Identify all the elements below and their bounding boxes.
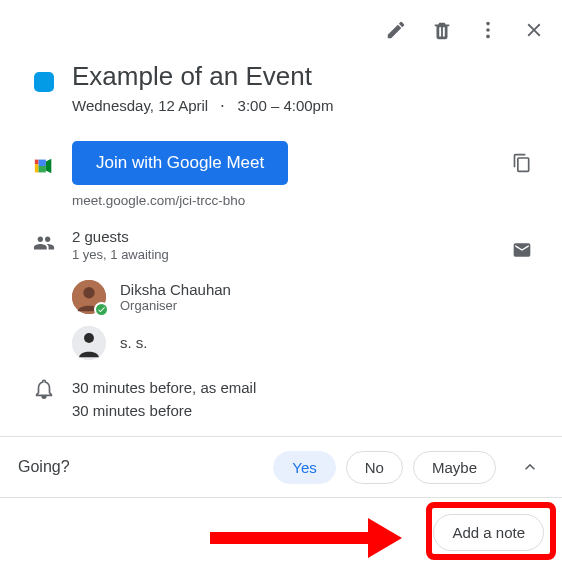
avatar bbox=[72, 280, 106, 314]
edit-button[interactable] bbox=[374, 8, 418, 52]
svg-marker-7 bbox=[46, 158, 52, 173]
google-meet-icon bbox=[33, 155, 55, 177]
annotation-arrow bbox=[210, 518, 410, 558]
copy-icon bbox=[512, 153, 532, 173]
svg-point-1 bbox=[486, 28, 490, 32]
svg-point-9 bbox=[83, 287, 94, 298]
rsvp-prompt: Going? bbox=[18, 458, 70, 476]
bell-icon bbox=[33, 378, 55, 400]
guest-status-summary: 1 yes, 1 awaiting bbox=[72, 247, 498, 262]
svg-point-0 bbox=[486, 22, 490, 26]
guest-role: Organiser bbox=[120, 298, 231, 313]
pencil-icon bbox=[385, 19, 407, 41]
rsvp-maybe-button[interactable]: Maybe bbox=[413, 451, 496, 484]
notification-line: 30 minutes before bbox=[72, 399, 546, 422]
close-icon bbox=[523, 19, 545, 41]
meet-row: Join with Google Meet meet.google.com/jc… bbox=[0, 137, 562, 212]
people-icon bbox=[33, 232, 55, 254]
toolbar bbox=[0, 0, 562, 56]
rsvp-yes-button[interactable]: Yes bbox=[273, 451, 335, 484]
guests-row: 2 guests 1 yes, 1 awaiting bbox=[0, 224, 562, 274]
avatar bbox=[72, 326, 106, 360]
meet-link-text: meet.google.com/jci-trcc-bho bbox=[72, 193, 498, 208]
rsvp-bar: Going? Yes No Maybe bbox=[0, 437, 562, 497]
close-button[interactable] bbox=[512, 8, 556, 52]
svg-point-11 bbox=[84, 333, 94, 343]
guest-name: s. s. bbox=[120, 334, 148, 351]
copy-meet-link-button[interactable] bbox=[502, 143, 542, 183]
delete-button[interactable] bbox=[420, 8, 464, 52]
rsvp-expand-button[interactable] bbox=[510, 447, 550, 487]
guest-item[interactable]: s. s. bbox=[72, 320, 546, 366]
guest-name: Diksha Chauhan bbox=[120, 281, 231, 298]
calendar-color-swatch bbox=[34, 72, 54, 92]
mail-icon bbox=[512, 240, 532, 260]
event-date: Wednesday, 12 April bbox=[72, 97, 208, 114]
guest-item[interactable]: Diksha Chauhan Organiser bbox=[72, 274, 546, 320]
event-title: Example of an Event bbox=[72, 60, 546, 93]
email-guests-button[interactable] bbox=[502, 230, 542, 270]
rsvp-chips: Yes No Maybe bbox=[273, 451, 496, 484]
rsvp-no-button[interactable]: No bbox=[346, 451, 403, 484]
svg-rect-6 bbox=[39, 166, 46, 172]
svg-rect-4 bbox=[35, 164, 39, 172]
trash-icon bbox=[431, 19, 453, 41]
kebab-icon bbox=[477, 19, 499, 41]
svg-rect-3 bbox=[35, 159, 39, 164]
notification-line: 30 minutes before, as email bbox=[72, 376, 546, 399]
join-meet-button[interactable]: Join with Google Meet bbox=[72, 141, 288, 185]
rsvp-yes-badge-icon bbox=[94, 302, 109, 317]
guest-count: 2 guests bbox=[72, 228, 498, 245]
event-datetime: Wednesday, 12 April ⋅ 3:00 – 4:00pm bbox=[72, 97, 546, 115]
separator-dot: ⋅ bbox=[220, 97, 225, 114]
svg-rect-5 bbox=[39, 159, 46, 165]
event-detail-card: Example of an Event Wednesday, 12 April … bbox=[0, 0, 562, 572]
chevron-up-icon bbox=[520, 457, 540, 477]
guest-list: Diksha Chauhan Organiser s. s. bbox=[0, 274, 562, 366]
title-row: Example of an Event Wednesday, 12 April … bbox=[0, 56, 562, 119]
options-button[interactable] bbox=[466, 8, 510, 52]
event-time: 3:00 – 4:00pm bbox=[238, 97, 334, 114]
notifications-row: 30 minutes before, as email 30 minutes b… bbox=[0, 372, 562, 427]
add-note-button[interactable]: Add a note bbox=[433, 514, 544, 551]
svg-point-2 bbox=[486, 35, 490, 39]
add-note-area: Add a note bbox=[0, 498, 562, 572]
